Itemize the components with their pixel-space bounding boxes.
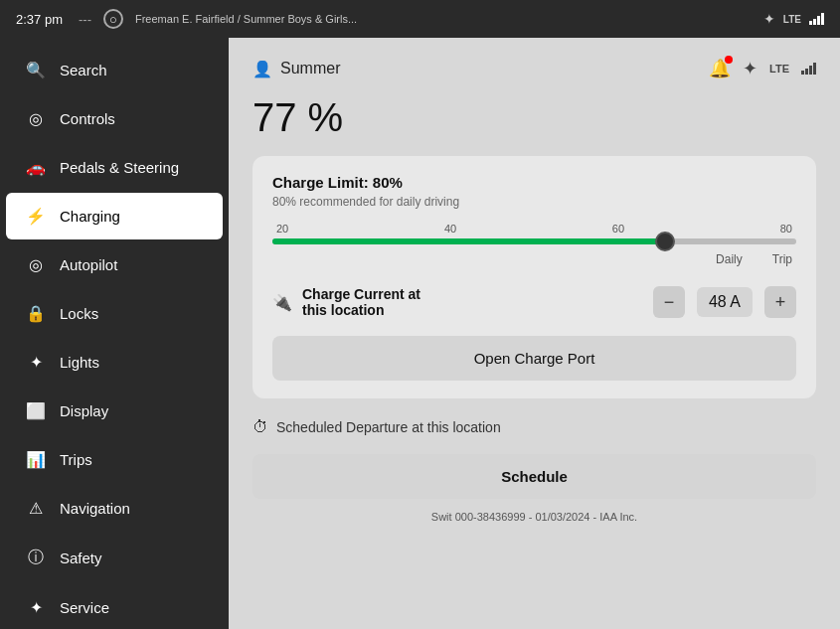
- notification-dot: [725, 56, 733, 64]
- sidebar-item-locks[interactable]: 🔒 Locks: [6, 290, 223, 337]
- scheduled-departure-label: Scheduled Departure at this location: [276, 419, 501, 435]
- open-charge-port-button[interactable]: Open Charge Port: [272, 336, 796, 381]
- bluetooth-icon: ✦: [763, 11, 775, 27]
- sidebar-label-lights: Lights: [60, 354, 99, 371]
- mark-40: 40: [444, 223, 456, 235]
- decrement-button[interactable]: −: [653, 286, 685, 318]
- increment-button[interactable]: +: [764, 286, 796, 318]
- locks-icon: 🔒: [26, 304, 46, 323]
- mark-60: 60: [612, 223, 624, 235]
- sidebar-label-service: Service: [60, 599, 109, 616]
- sidebar-label-search: Search: [60, 62, 107, 79]
- slider-thumb[interactable]: [655, 232, 675, 251]
- mark-80: 80: [780, 223, 792, 235]
- right-panel: 👤 Summer 🔔 ✦ LTE 77 %: [229, 38, 840, 629]
- sidebar-label-locks: Locks: [60, 305, 98, 322]
- signal-header: [801, 63, 816, 75]
- charge-current-value: 48 A: [697, 287, 753, 317]
- lte-label: LTE: [783, 14, 801, 25]
- charge-current-right: − 48 A +: [653, 286, 796, 318]
- sidebar-item-search[interactable]: 🔍 Search: [6, 47, 223, 93]
- charge-limit-sub: 80% recommended for daily driving: [272, 195, 796, 209]
- autopilot-icon: ◎: [26, 255, 46, 274]
- charge-limit-label: Charge Limit: 80%: [272, 174, 796, 191]
- sidebar-label-controls: Controls: [60, 110, 115, 127]
- panel-header: 👤 Summer 🔔 ✦ LTE: [252, 58, 816, 79]
- display-icon: ⬜: [26, 401, 46, 420]
- sidebar-label-navigation: Navigation: [60, 500, 130, 517]
- camera-icon: ○: [103, 9, 123, 29]
- mark-20: 20: [276, 223, 288, 235]
- charging-icon: ⚡: [26, 207, 46, 226]
- plug-icon: 🔌: [272, 293, 292, 312]
- user-section: 👤 Summer: [252, 60, 340, 79]
- slider-labels: Daily Trip: [272, 252, 796, 266]
- label-daily: Daily: [716, 252, 743, 266]
- pedals-icon: 🚗: [26, 158, 46, 177]
- sidebar-item-navigation[interactable]: ⚠ Navigation: [6, 485, 223, 532]
- sidebar-item-autopilot[interactable]: ◎ Autopilot: [6, 241, 223, 288]
- safety-icon: ⓘ: [26, 548, 46, 568]
- service-icon: ✦: [26, 598, 46, 617]
- header-icons: 🔔 ✦ LTE: [709, 58, 816, 79]
- notification-bell[interactable]: 🔔: [709, 58, 731, 79]
- sidebar-label-display: Display: [60, 402, 108, 419]
- sidebar-item-display[interactable]: ⬜ Display: [6, 388, 223, 434]
- search-icon: 🔍: [26, 61, 46, 79]
- label-trip: Trip: [772, 252, 792, 266]
- controls-icon: ◎: [26, 109, 46, 128]
- charge-current-row: 🔌 Charge Current at this location − 48 A…: [272, 282, 796, 322]
- scheduled-icon: ⏱: [252, 418, 268, 436]
- battery-percent: 77 %: [252, 95, 816, 140]
- sidebar-label-charging: Charging: [60, 208, 120, 225]
- sidebar-item-service[interactable]: ✦ Service: [6, 584, 223, 629]
- trips-icon: 📊: [26, 450, 46, 469]
- sidebar-label-pedals: Pedals & Steering: [60, 159, 179, 176]
- signal-bars: [809, 13, 824, 25]
- slider-marks: 20 40 60 80: [272, 223, 796, 235]
- status-time: 2:37 pm: [16, 12, 63, 27]
- scheduled-departure-section: ⏱ Scheduled Departure at this location: [252, 414, 816, 440]
- navigation-icon: ⚠: [26, 499, 46, 518]
- sidebar-item-controls[interactable]: ◎ Controls: [6, 95, 223, 142]
- user-name: Summer: [280, 60, 340, 78]
- slider-fill: [272, 238, 671, 244]
- status-top-right: ✦ LTE: [763, 11, 824, 27]
- charge-card: Charge Limit: 80% 80% recommended for da…: [252, 156, 816, 398]
- sidebar-item-charging[interactable]: ⚡ Charging: [6, 193, 223, 239]
- user-icon: 👤: [252, 60, 272, 79]
- lte-header: LTE: [769, 63, 789, 75]
- status-dashes: ---: [79, 12, 91, 27]
- sidebar-item-lights[interactable]: ✦ Lights: [6, 339, 223, 386]
- sidebar-item-safety[interactable]: ⓘ Safety: [6, 534, 223, 582]
- lights-icon: ✦: [26, 353, 46, 372]
- sidebar-label-autopilot: Autopilot: [60, 256, 117, 273]
- charge-current-label: Charge Current at this location: [302, 286, 420, 318]
- main-content: 🔍 Search ◎ Controls 🚗 Pedals & Steering …: [0, 38, 840, 629]
- sidebar-label-trips: Trips: [60, 451, 92, 468]
- charge-slider[interactable]: [272, 238, 796, 244]
- sidebar-item-trips[interactable]: 📊 Trips: [6, 436, 223, 483]
- charge-current-left: 🔌 Charge Current at this location: [272, 286, 420, 318]
- schedule-button[interactable]: Schedule: [252, 454, 816, 499]
- bluetooth-header-icon: ✦: [743, 58, 757, 79]
- map-text: Freeman E. Fairfield / Summer Boys & Gir…: [135, 13, 763, 25]
- slider-track: [272, 238, 796, 244]
- status-bar: 2:37 pm --- ○ Freeman E. Fairfield / Sum…: [0, 0, 840, 38]
- footer-text: Swit 000-38436999 - 01/03/2024 - IAA Inc…: [252, 511, 816, 523]
- sidebar-item-pedals[interactable]: 🚗 Pedals & Steering: [6, 144, 223, 191]
- sidebar-label-safety: Safety: [60, 550, 102, 566]
- sidebar: 🔍 Search ◎ Controls 🚗 Pedals & Steering …: [0, 38, 229, 629]
